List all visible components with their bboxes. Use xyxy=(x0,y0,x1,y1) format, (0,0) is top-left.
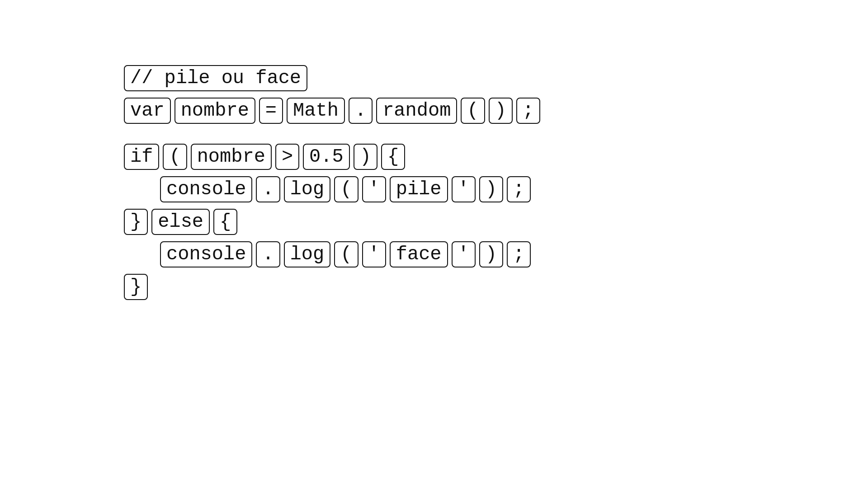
token-else: else xyxy=(151,209,210,235)
token-open-paren-2: ( xyxy=(163,144,187,170)
token-log-1: log xyxy=(284,176,331,202)
token-dot-2: . xyxy=(256,176,280,202)
code-line-7: } xyxy=(122,272,542,302)
token-semicolon-1: ; xyxy=(516,98,540,124)
token-quote-1: ' xyxy=(362,176,386,202)
code-line-5: } else { xyxy=(122,207,542,237)
token-quote-4: ' xyxy=(452,241,476,267)
token-open-paren-4: ( xyxy=(334,241,358,267)
token-equals: = xyxy=(259,98,283,124)
token-open-brace-1: { xyxy=(381,144,405,170)
token-nombre-2: nombre xyxy=(191,144,272,170)
token-quote-2: ' xyxy=(452,176,476,202)
token-close-paren-2: ) xyxy=(354,144,377,170)
token-semicolon-2: ; xyxy=(507,176,531,202)
token-close-paren-3: ) xyxy=(479,176,503,202)
token-semicolon-3: ; xyxy=(507,241,531,267)
token-log-2: log xyxy=(284,241,331,267)
token-comment: // pile ou face xyxy=(124,65,307,91)
token-05: 0.5 xyxy=(303,144,350,170)
token-open-paren-3: ( xyxy=(334,176,358,202)
token-pile: pile xyxy=(390,176,448,202)
token-console-1: console xyxy=(160,176,252,202)
token-if: if xyxy=(124,144,159,170)
token-open-paren-1: ( xyxy=(461,98,485,124)
token-face: face xyxy=(390,241,448,267)
token-quote-3: ' xyxy=(362,241,386,267)
token-dot-3: . xyxy=(256,241,280,267)
token-dot-1: . xyxy=(349,98,373,124)
token-math: Math xyxy=(287,98,345,124)
token-close-brace-2: } xyxy=(124,274,148,300)
token-nombre-1: nombre xyxy=(175,98,255,124)
token-gt: > xyxy=(275,144,299,170)
code-line-1: // pile ou face xyxy=(122,63,542,93)
code-area: // pile ou face var nombre = Math . rand… xyxy=(122,63,542,305)
token-close-paren-1: ) xyxy=(489,98,513,124)
code-line-6: console . log ( ' face ' ) ; xyxy=(122,239,542,269)
token-var: var xyxy=(124,98,171,124)
token-close-brace-1: } xyxy=(124,209,148,235)
token-console-2: console xyxy=(160,241,252,267)
token-open-brace-2: { xyxy=(213,209,237,235)
token-close-paren-4: ) xyxy=(479,241,503,267)
code-line-3: if ( nombre > 0.5 ) { xyxy=(122,142,542,172)
code-line-2: var nombre = Math . random ( ) ; xyxy=(122,96,542,126)
token-random: random xyxy=(376,98,457,124)
code-line-4: console . log ( ' pile ' ) ; xyxy=(122,174,542,204)
